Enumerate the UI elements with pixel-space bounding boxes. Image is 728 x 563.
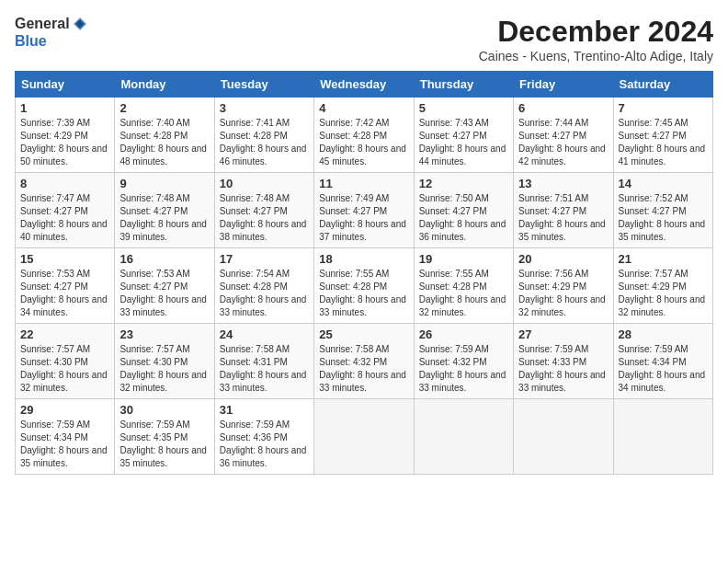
calendar-header-row: Sunday Monday Tuesday Wednesday Thursday…: [16, 72, 713, 98]
header-saturday: Saturday: [613, 72, 712, 98]
title-area: December 2024 Caines - Kuens, Trentino-A…: [479, 15, 713, 63]
day-number: 1: [20, 101, 109, 115]
week-row-5: 29Sunrise: 7:59 AMSunset: 4:34 PMDayligh…: [16, 399, 713, 475]
logo-general: General: [15, 15, 70, 32]
day-number: 3: [220, 101, 309, 115]
table-row: 15Sunrise: 7:53 AMSunset: 4:27 PMDayligh…: [16, 248, 115, 324]
day-info: Sunrise: 7:56 AMSunset: 4:29 PMDaylight:…: [518, 268, 608, 319]
day-info: Sunrise: 7:51 AMSunset: 4:27 PMDaylight:…: [518, 192, 608, 244]
table-row: 29Sunrise: 7:59 AMSunset: 4:34 PMDayligh…: [16, 399, 115, 475]
location-title: Caines - Kuens, Trentino-Alto Adige, Ita…: [479, 49, 713, 63]
table-row: 14Sunrise: 7:52 AMSunset: 4:27 PMDayligh…: [613, 173, 712, 248]
day-number: 25: [319, 327, 408, 341]
header-sunday: Sunday: [16, 72, 115, 98]
day-number: 5: [419, 101, 508, 115]
day-number: 24: [220, 327, 309, 341]
table-row: 1Sunrise: 7:39 AMSunset: 4:29 PMDaylight…: [16, 98, 115, 173]
week-row-3: 15Sunrise: 7:53 AMSunset: 4:27 PMDayligh…: [16, 248, 713, 324]
table-row: 10Sunrise: 7:48 AMSunset: 4:27 PMDayligh…: [214, 173, 313, 248]
day-number: 2: [119, 101, 209, 115]
day-info: Sunrise: 7:59 AMSunset: 4:34 PMDaylight:…: [20, 419, 109, 470]
day-info: Sunrise: 7:43 AMSunset: 4:27 PMDaylight:…: [419, 117, 508, 168]
day-number: 27: [518, 327, 608, 341]
table-row: [314, 399, 414, 475]
table-row: 13Sunrise: 7:51 AMSunset: 4:27 PMDayligh…: [514, 173, 613, 248]
header-friday: Friday: [514, 72, 613, 98]
day-info: Sunrise: 7:59 AMSunset: 4:35 PMDaylight:…: [119, 419, 209, 470]
header-wednesday: Wednesday: [314, 72, 414, 98]
table-row: 27Sunrise: 7:59 AMSunset: 4:33 PMDayligh…: [514, 324, 613, 399]
table-row: 18Sunrise: 7:55 AMSunset: 4:28 PMDayligh…: [314, 248, 414, 324]
table-row: 31Sunrise: 7:59 AMSunset: 4:36 PMDayligh…: [214, 399, 313, 475]
table-row: 12Sunrise: 7:50 AMSunset: 4:27 PMDayligh…: [414, 173, 513, 248]
table-row: [514, 399, 613, 475]
day-info: Sunrise: 7:45 AMSunset: 4:27 PMDaylight:…: [619, 117, 708, 168]
day-info: Sunrise: 7:59 AMSunset: 4:34 PMDaylight:…: [619, 343, 708, 395]
table-row: 5Sunrise: 7:43 AMSunset: 4:27 PMDaylight…: [414, 98, 513, 173]
day-number: 22: [20, 327, 109, 341]
table-row: 24Sunrise: 7:58 AMSunset: 4:31 PMDayligh…: [214, 324, 313, 399]
week-row-2: 8Sunrise: 7:47 AMSunset: 4:27 PMDaylight…: [16, 173, 713, 248]
page-header: General Blue December 2024 Caines - Kuen…: [15, 15, 713, 63]
table-row: 2Sunrise: 7:40 AMSunset: 4:28 PMDaylight…: [115, 98, 214, 173]
header-thursday: Thursday: [414, 72, 513, 98]
day-number: 29: [20, 403, 109, 417]
day-info: Sunrise: 7:58 AMSunset: 4:31 PMDaylight:…: [220, 343, 309, 395]
logo-blue: Blue: [15, 32, 47, 50]
table-row: 28Sunrise: 7:59 AMSunset: 4:34 PMDayligh…: [613, 324, 712, 399]
day-info: Sunrise: 7:59 AMSunset: 4:36 PMDaylight:…: [220, 419, 309, 470]
day-number: 14: [619, 177, 708, 190]
day-info: Sunrise: 7:53 AMSunset: 4:27 PMDaylight:…: [20, 268, 109, 319]
table-row: 26Sunrise: 7:59 AMSunset: 4:32 PMDayligh…: [414, 324, 513, 399]
table-row: 25Sunrise: 7:58 AMSunset: 4:32 PMDayligh…: [314, 324, 414, 399]
table-row: 30Sunrise: 7:59 AMSunset: 4:35 PMDayligh…: [115, 399, 214, 475]
day-info: Sunrise: 7:53 AMSunset: 4:27 PMDaylight:…: [119, 268, 209, 319]
calendar-table: Sunday Monday Tuesday Wednesday Thursday…: [15, 71, 713, 475]
day-number: 23: [119, 327, 209, 341]
day-info: Sunrise: 7:49 AMSunset: 4:27 PMDaylight:…: [319, 192, 408, 244]
table-row: 7Sunrise: 7:45 AMSunset: 4:27 PMDaylight…: [613, 98, 712, 173]
day-info: Sunrise: 7:42 AMSunset: 4:28 PMDaylight:…: [319, 117, 408, 168]
day-number: 7: [619, 101, 708, 115]
day-number: 30: [119, 403, 209, 417]
day-info: Sunrise: 7:47 AMSunset: 4:27 PMDaylight:…: [20, 192, 109, 244]
day-info: Sunrise: 7:58 AMSunset: 4:32 PMDaylight:…: [319, 343, 408, 395]
day-number: 4: [319, 101, 408, 115]
day-number: 26: [419, 327, 508, 341]
day-info: Sunrise: 7:55 AMSunset: 4:28 PMDaylight:…: [419, 268, 508, 319]
day-number: 6: [518, 101, 608, 115]
day-number: 31: [220, 403, 309, 417]
day-number: 17: [220, 252, 309, 266]
table-row: [613, 399, 712, 475]
day-info: Sunrise: 7:59 AMSunset: 4:32 PMDaylight:…: [419, 343, 508, 395]
table-row: 3Sunrise: 7:41 AMSunset: 4:28 PMDaylight…: [214, 98, 313, 173]
table-row: [414, 399, 513, 475]
logo-icon: [72, 16, 88, 32]
day-number: 21: [619, 252, 708, 266]
day-info: Sunrise: 7:48 AMSunset: 4:27 PMDaylight:…: [119, 192, 209, 244]
day-info: Sunrise: 7:39 AMSunset: 4:29 PMDaylight:…: [20, 117, 109, 168]
day-info: Sunrise: 7:44 AMSunset: 4:27 PMDaylight:…: [518, 117, 608, 168]
week-row-1: 1Sunrise: 7:39 AMSunset: 4:29 PMDaylight…: [16, 98, 713, 173]
day-number: 18: [319, 252, 408, 266]
table-row: 22Sunrise: 7:57 AMSunset: 4:30 PMDayligh…: [16, 324, 115, 399]
table-row: 20Sunrise: 7:56 AMSunset: 4:29 PMDayligh…: [514, 248, 613, 324]
day-info: Sunrise: 7:57 AMSunset: 4:30 PMDaylight:…: [119, 343, 209, 395]
table-row: 19Sunrise: 7:55 AMSunset: 4:28 PMDayligh…: [414, 248, 513, 324]
day-info: Sunrise: 7:41 AMSunset: 4:28 PMDaylight:…: [220, 117, 309, 168]
table-row: 11Sunrise: 7:49 AMSunset: 4:27 PMDayligh…: [314, 173, 414, 248]
table-row: 8Sunrise: 7:47 AMSunset: 4:27 PMDaylight…: [16, 173, 115, 248]
table-row: 21Sunrise: 7:57 AMSunset: 4:29 PMDayligh…: [613, 248, 712, 324]
day-number: 13: [518, 177, 608, 190]
header-tuesday: Tuesday: [214, 72, 313, 98]
week-row-4: 22Sunrise: 7:57 AMSunset: 4:30 PMDayligh…: [16, 324, 713, 399]
table-row: 9Sunrise: 7:48 AMSunset: 4:27 PMDaylight…: [115, 173, 214, 248]
day-info: Sunrise: 7:40 AMSunset: 4:28 PMDaylight:…: [119, 117, 209, 168]
day-number: 20: [518, 252, 608, 266]
day-info: Sunrise: 7:59 AMSunset: 4:33 PMDaylight:…: [518, 343, 608, 395]
table-row: 4Sunrise: 7:42 AMSunset: 4:28 PMDaylight…: [314, 98, 414, 173]
table-row: 17Sunrise: 7:54 AMSunset: 4:28 PMDayligh…: [214, 248, 313, 324]
table-row: 16Sunrise: 7:53 AMSunset: 4:27 PMDayligh…: [115, 248, 214, 324]
header-monday: Monday: [115, 72, 214, 98]
day-number: 10: [220, 177, 309, 190]
